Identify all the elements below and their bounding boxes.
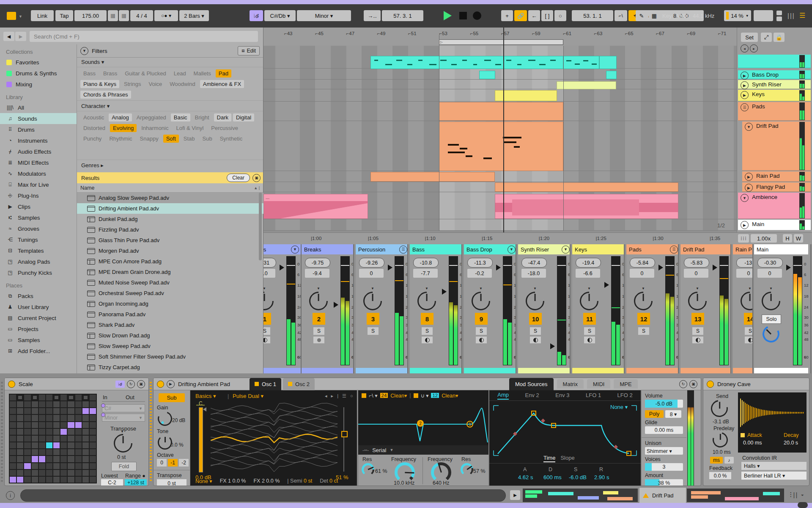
filter-tag[interactable]: Evolving [110, 124, 137, 132]
group-clip[interactable] [439, 102, 563, 121]
channel-header[interactable]: Drums▼ [263, 244, 302, 254]
filter-tag[interactable]: Brass [100, 69, 120, 77]
key-scale-menu[interactable]: Minor ▾ [297, 10, 351, 21]
filter-tag[interactable]: Punchy [80, 135, 104, 143]
scale-cell[interactable] [68, 449, 74, 455]
volume-field[interactable]: -18.0 [521, 269, 546, 278]
solo-button[interactable]: S [263, 327, 270, 335]
scale-cell-mapped[interactable] [32, 456, 38, 462]
scale-cell[interactable] [24, 422, 30, 428]
env-d-value[interactable]: 600 ms [543, 474, 562, 480]
solo-button[interactable]: S [530, 327, 541, 335]
track-number-button[interactable]: 3 [367, 313, 379, 325]
arm-button[interactable] [263, 337, 270, 343]
filter-tag[interactable]: Snappy [137, 135, 162, 143]
fold-track-icon[interactable]: ▼ [741, 194, 749, 202]
scale-cell[interactable] [17, 436, 23, 442]
filter-tag[interactable]: Distorted [80, 124, 108, 132]
scale-cell[interactable] [24, 429, 30, 435]
result-row[interactable]: Drifting Ambient Pad.adv [77, 203, 270, 214]
scale-cell[interactable] [46, 415, 52, 421]
scale-cell[interactable] [17, 408, 23, 414]
filter-tag[interactable]: Digital [233, 113, 254, 121]
peak-level-display[interactable]: -9.75 [305, 258, 330, 268]
voices-field[interactable]: 3 [645, 463, 683, 471]
fold-button[interactable]: Fold [111, 462, 137, 471]
scale-cell[interactable] [68, 463, 74, 469]
sidebar-item-grooves[interactable]: ≈Grooves [0, 223, 77, 234]
subtab-lfo-2[interactable]: LFO 2 [617, 392, 633, 399]
note-sync-button[interactable]: ♪ [724, 457, 734, 464]
track-number-button[interactable]: 13 [691, 313, 704, 325]
result-row[interactable]: Panorama Pad.adv [77, 309, 270, 320]
scale-cell[interactable] [53, 456, 60, 462]
result-row[interactable]: MPE Con Amore Pad.adg [77, 256, 270, 267]
unfold-track-icon[interactable]: ▶ [741, 91, 749, 99]
env-r-value[interactable]: 2.90 s [594, 474, 609, 480]
scale-cell[interactable] [68, 436, 74, 442]
scroll-left-button[interactable]: ◂ [741, 44, 749, 52]
osc-effect-mode-menu[interactable]: None ▾ [195, 478, 212, 484]
channel-header[interactable]: Bass [410, 244, 462, 254]
arm-button[interactable] [584, 337, 595, 343]
position-slider-track[interactable] [343, 407, 344, 472]
unfold-track-icon[interactable]: ▶ [741, 221, 749, 229]
semi-field[interactable]: | Semi 0 st [287, 478, 312, 484]
transpose-knob[interactable] [110, 430, 136, 456]
sidebar-item-audio-effects[interactable]: ᚋAudio Effects [0, 146, 77, 157]
scale-cell[interactable] [60, 436, 67, 442]
amount-field[interactable]: 38 % [645, 479, 683, 486]
scale-cell[interactable] [46, 429, 52, 435]
filter-tag[interactable]: Analog [109, 113, 132, 121]
scale-cell[interactable] [10, 422, 16, 428]
scale-cell[interactable] [39, 395, 45, 400]
scale-cell[interactable] [90, 442, 96, 448]
stop-button[interactable] [459, 12, 467, 19]
scale-cell[interactable] [46, 408, 52, 414]
predelay-knob[interactable] [710, 429, 730, 450]
mixer-channel-main[interactable]: Main-0.3006061218243036424860▼Solo [754, 244, 811, 373]
hdd-overload-indicator[interactable] [754, 10, 773, 21]
mixer-channel-keys[interactable]: Keys-19.4-6.66061218243036424860▼11S [572, 244, 625, 373]
scale-cell[interactable] [39, 401, 45, 407]
scale-cell[interactable] [46, 401, 52, 407]
scale-cell[interactable] [53, 429, 60, 435]
mixer-channel-synth-riser[interactable]: Synth Riser▼-47.4-18.0606121824303642486… [518, 244, 571, 373]
peak-level-display[interactable]: -5.84 [630, 258, 655, 268]
filter-tag[interactable]: Lofi & Vinyl [173, 124, 206, 132]
poly-voices-select[interactable]: 8 ▾ [665, 410, 681, 418]
transpose-field[interactable]: 0 st [157, 479, 187, 486]
scale-cell[interactable] [75, 408, 82, 414]
subtab-env-3[interactable]: Env 3 [555, 392, 569, 399]
subtab-lfo-1[interactable]: LFO 1 [586, 392, 601, 399]
volume-field[interactable]: 0 [684, 269, 708, 278]
device-on-toggle[interactable] [707, 381, 714, 388]
sidebar-item-clips[interactable]: ▶Clips [0, 201, 77, 212]
clip-overview-button[interactable]: ᎒᎒᎒ [738, 234, 749, 243]
filter2-circuit-menu[interactable]: Clean▾ [442, 392, 458, 399]
scale-cell[interactable] [17, 429, 23, 435]
track-number-button[interactable]: 1 [263, 313, 271, 325]
clip-strip-thumbnails[interactable] [523, 489, 638, 502]
scale-cell[interactable] [68, 456, 74, 462]
lowest-field[interactable]: C-2 [101, 479, 123, 486]
scale-cell[interactable] [39, 477, 45, 483]
track-number-button[interactable]: 8 [421, 313, 433, 325]
scale-cell[interactable] [82, 470, 89, 476]
scale-cell[interactable] [17, 442, 23, 448]
mixer-channel-bass[interactable]: Bass-10.8-7.76061218243036424860▼8S [410, 244, 462, 373]
scale-cell[interactable] [32, 415, 38, 421]
scale-cell[interactable] [75, 477, 82, 483]
group-icon[interactable]: ☰ [670, 246, 678, 254]
mixer-channel-drums[interactable]: Drums▼-9.31-1.06061218243036424860▼1S [263, 244, 302, 373]
scale-cell[interactable] [75, 449, 82, 455]
midi-clip[interactable] [479, 71, 495, 79]
device-on-toggle[interactable] [8, 381, 15, 388]
sidebar-item-packs[interactable]: ⧉Packs [0, 290, 77, 301]
ableton-logo-icon[interactable] [7, 12, 16, 20]
sidebar-item-samples[interactable]: ▭Samples [0, 334, 77, 345]
position-slider-handle[interactable] [341, 431, 348, 437]
scale-cell[interactable] [46, 422, 52, 428]
sidebar-item-drums-synths[interactable]: Drums & Synths [0, 68, 77, 79]
scale-cell[interactable] [75, 415, 82, 421]
